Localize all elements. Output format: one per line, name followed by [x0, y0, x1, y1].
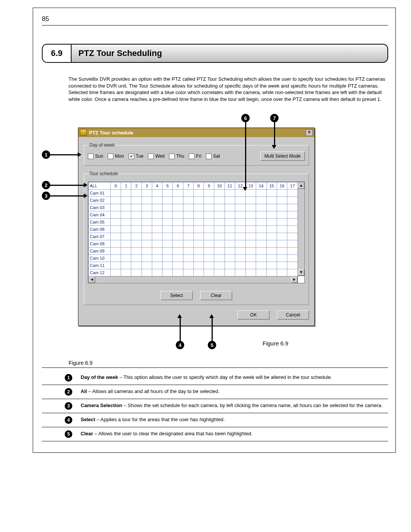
- legend-num: 1: [65, 374, 72, 382]
- screenshot-area: 6 7 1 2 3 PTZ Tour schedule × Day of wee: [42, 112, 388, 356]
- legend-text: Day of the week – This option allows the…: [81, 374, 388, 381]
- legend-row: 2 All – Allows all cameras and all hours…: [42, 385, 388, 399]
- clear-button[interactable]: Clear: [200, 291, 232, 300]
- page-number: 85: [42, 15, 388, 23]
- scroll-down-icon[interactable]: ▼: [298, 269, 304, 276]
- legend-text: Camera Selection – Shows the set schedul…: [81, 402, 388, 409]
- day-label: Fri: [196, 153, 201, 159]
- table-row: Cam 12: [89, 269, 298, 276]
- hour-header[interactable]: 9: [204, 182, 214, 190]
- cam-label[interactable]: Cam 09: [89, 248, 111, 255]
- table-row: Cam 09: [89, 248, 298, 255]
- hour-header[interactable]: 8: [193, 182, 204, 190]
- checkbox-sun[interactable]: Sun: [88, 153, 103, 159]
- cam-label[interactable]: Cam 04: [89, 211, 111, 219]
- hour-header[interactable]: 14: [256, 182, 266, 190]
- legend-table: 1 Day of the week – This option allows t…: [42, 371, 388, 441]
- hour-header[interactable]: 10: [214, 182, 225, 190]
- cam-label[interactable]: Cam 11: [89, 262, 111, 269]
- multi-select-button[interactable]: Multi Select Mode: [260, 152, 305, 161]
- table-row: Cam 08: [89, 240, 298, 248]
- table-row: Cam 01: [89, 190, 298, 197]
- cam-label[interactable]: Cam 03: [89, 204, 111, 211]
- cam-label[interactable]: Cam 06: [89, 226, 111, 233]
- scroll-left-icon[interactable]: ◄: [89, 276, 95, 283]
- legend-text: Select – Applies a tour for the areas th…: [81, 416, 388, 423]
- cam-label[interactable]: Cam 01: [89, 190, 111, 197]
- cam-label[interactable]: Cam 02: [89, 197, 111, 204]
- checkbox-fri[interactable]: Fri: [189, 153, 201, 159]
- table-row: Cam 02: [89, 197, 298, 204]
- legend-num: 3: [65, 402, 72, 410]
- legend-num: 4: [65, 416, 72, 424]
- day-label: Mon: [115, 153, 124, 159]
- checkbox-tue[interactable]: ✔Tue: [129, 153, 143, 159]
- callout-1: 1: [42, 150, 50, 159]
- day-label: Sun: [95, 153, 103, 159]
- cancel-button[interactable]: Cancel: [277, 310, 309, 320]
- legend-text: Clear – Allows the user to clear the des…: [81, 430, 388, 437]
- legend-num: 5: [65, 430, 72, 438]
- cam-label[interactable]: Cam 12: [89, 269, 111, 276]
- legend-row: 3 Camera Selection – Shows the set sched…: [42, 399, 388, 413]
- ok-button[interactable]: OK: [237, 310, 269, 320]
- table-row: Cam 04: [89, 211, 298, 219]
- hour-header[interactable]: 15: [266, 182, 277, 190]
- figure-caption: Figure 6.9: [68, 360, 388, 366]
- section-banner: 6.9 PTZ Tour Scheduling: [42, 44, 388, 63]
- figure-caption-right: Figure 6.9: [263, 340, 288, 347]
- callout-5: 5: [208, 341, 216, 349]
- schedule-legend: Tour schedule: [88, 171, 119, 176]
- vertical-scrollbar[interactable]: ▲ ▼: [298, 182, 305, 276]
- hour-header[interactable]: 1: [121, 182, 131, 190]
- cam-label[interactable]: Cam 08: [89, 240, 111, 248]
- callout-3: 3: [42, 192, 50, 200]
- hour-header[interactable]: 4: [152, 182, 162, 190]
- callout-4: 4: [176, 341, 184, 349]
- hour-header[interactable]: 2: [131, 182, 142, 190]
- header-row: ALL 0 1 2 3 4 5 6 7 8: [89, 182, 298, 190]
- hour-header[interactable]: 11: [225, 182, 235, 190]
- table-row: Cam 06: [89, 226, 298, 233]
- hour-header[interactable]: 7: [183, 182, 193, 190]
- select-button[interactable]: Select: [161, 291, 193, 300]
- table-row: Cam 11: [89, 262, 298, 269]
- hour-header[interactable]: 5: [162, 182, 173, 190]
- hour-header[interactable]: 0: [110, 182, 121, 190]
- callout-2: 2: [42, 181, 50, 189]
- section-number: 6.9: [43, 45, 72, 62]
- schedule-grid[interactable]: ALL 0 1 2 3 4 5 6 7 8: [88, 182, 298, 276]
- checkbox-sat[interactable]: Sat: [206, 153, 220, 159]
- table-row: Cam 10: [89, 255, 298, 262]
- cam-label[interactable]: Cam 05: [89, 219, 111, 226]
- legend-row: 5 Clear – Allows the user to clear the d…: [42, 427, 388, 441]
- all-header[interactable]: ALL: [89, 182, 111, 190]
- day-label: Tue: [136, 153, 143, 159]
- checkbox-wed[interactable]: Wed: [148, 153, 164, 159]
- legend-rule: [42, 367, 388, 368]
- hour-header[interactable]: 6: [173, 182, 183, 190]
- callout-7: 7: [270, 114, 279, 122]
- close-icon[interactable]: ×: [306, 129, 313, 136]
- scroll-up-icon[interactable]: ▲: [298, 182, 304, 189]
- legend-row: 4 Select – Applies a tour for the areas …: [42, 413, 388, 427]
- ptz-dialog: PTZ Tour schedule × Day of week Sun Mon …: [78, 128, 315, 326]
- table-row: Cam 07: [89, 233, 298, 240]
- hour-header[interactable]: 16: [277, 182, 287, 190]
- scroll-right-icon[interactable]: ►: [291, 276, 298, 283]
- hour-header[interactable]: 17: [287, 182, 298, 190]
- legend-num: 2: [65, 388, 72, 396]
- horizontal-scrollbar[interactable]: ◄ ►: [88, 276, 298, 283]
- section-title: PTZ Tour Scheduling: [72, 45, 387, 62]
- cam-label[interactable]: Cam 10: [89, 255, 111, 262]
- table-row: Cam 05: [89, 219, 298, 226]
- dialog-titlebar: PTZ Tour schedule ×: [78, 128, 314, 137]
- table-row: Cam 03: [89, 204, 298, 211]
- cam-label[interactable]: Cam 07: [89, 233, 111, 240]
- day-legend: Day of week: [88, 142, 116, 148]
- app-icon: [80, 129, 87, 136]
- checkbox-thu[interactable]: Thu: [169, 153, 184, 159]
- day-label: Thu: [176, 153, 184, 159]
- hour-header[interactable]: 3: [142, 182, 152, 190]
- checkbox-mon[interactable]: Mon: [108, 153, 124, 159]
